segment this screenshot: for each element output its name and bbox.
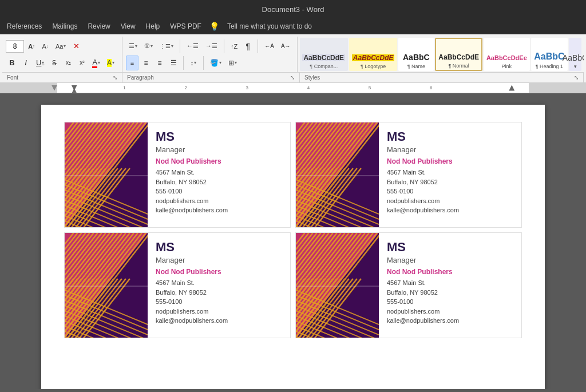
increase-indent-button[interactable]: →☰ — [203, 39, 220, 54]
card-details: 4567 Main St. Buffalo, NY 98052 555-0100… — [156, 278, 228, 326]
styles-group-label: Styles ⤡ — [300, 73, 584, 82]
style-pink-button[interactable]: AaBbCcDdEe Pink — [484, 38, 530, 71]
menu-references[interactable]: References — [2, 21, 46, 32]
card-info: MS Manager Nod Nod Publishers 4567 Main … — [379, 233, 467, 338]
ltr-button[interactable]: ←A — [262, 39, 277, 54]
styles-expand-icon[interactable]: ⤡ — [574, 74, 579, 81]
style-company-button[interactable]: AaBbCcDdE ¶ Compan... — [300, 38, 348, 71]
lightbulb-icon: 💡 — [209, 22, 219, 31]
multilevel-list-button[interactable]: ⋮☰▾ — [157, 39, 176, 54]
menu-mailings[interactable]: Mailings — [47, 21, 82, 32]
style-name-preview: AaBbC — [403, 53, 430, 61]
align-left-button[interactable]: ≡ — [126, 56, 138, 70]
style-heading1-preview: AaBbC — [534, 52, 564, 61]
menu-review[interactable]: Review — [83, 21, 114, 32]
superscript-button[interactable]: x² — [76, 56, 88, 70]
highlight-button[interactable]: A▾ — [104, 56, 117, 70]
card-job-title: Manager — [387, 256, 459, 264]
style-company-label: ¶ Compan... — [310, 64, 338, 69]
increase-font-button[interactable]: A↑ — [25, 39, 38, 54]
strikethrough-button[interactable]: S̶ — [48, 56, 61, 70]
paragraph-section: ☰▾ ①▾ ⋮☰▾ ←☰ →☰ ↑Z ¶ ←A A→ ≡ ≡ ≡ ☰ ↕▾ — [122, 37, 298, 72]
font-section: A↑ A↓ Aa ▾ ✕ B I U▾ S̶ x₂ x² A▾ A▾ — [2, 37, 122, 72]
card-job-title: Manager — [387, 145, 459, 154]
paragraph-group-label: Paragraph ⤡ — [122, 73, 300, 82]
card-info: MS Manager Nod Nod Publishers 4567 Main … — [148, 122, 236, 227]
borders-button[interactable]: ⊞▾ — [225, 56, 240, 70]
font-size-input[interactable] — [6, 40, 24, 53]
cards-grid: MS Manager Nod Nod Publishers 4567 Main … — [64, 122, 522, 338]
font-expand-icon[interactable]: ⤡ — [113, 74, 117, 81]
paragraph-expand-icon[interactable]: ⤡ — [290, 74, 295, 81]
style-normal-label: ¶ Normal — [448, 63, 469, 69]
bold-button[interactable]: B — [6, 56, 18, 70]
style-more-button[interactable]: AaBbC ▾ — [569, 38, 581, 71]
ribbon: A↑ A↓ Aa ▾ ✕ B I U▾ S̶ x₂ x² A▾ A▾ ☰▾ — [0, 34, 586, 83]
sort-button[interactable]: ↑Z — [228, 39, 240, 54]
card-info: MS Manager Nod Nod Publishers 4567 Main … — [148, 233, 236, 338]
subscript-button[interactable]: x₂ — [62, 56, 74, 70]
card-graphic — [296, 233, 379, 338]
menu-view[interactable]: View — [116, 21, 140, 32]
card-name: MS — [387, 129, 459, 144]
clear-format-button[interactable]: ✕ — [70, 39, 82, 54]
style-more-arrow: ▾ — [574, 64, 577, 69]
business-card: MS Manager Nod Nod Publishers 4567 Main … — [64, 122, 291, 228]
card-details: 4567 Main St. Buffalo, NY 98052 555-0100… — [156, 168, 228, 215]
align-center-button[interactable]: ≡ — [140, 56, 152, 70]
align-right-button[interactable]: ≡ — [153, 56, 166, 70]
title-bar: Document3 - Word — [0, 0, 586, 18]
business-card: MS Manager Nod Nod Publishers 4567 Main … — [295, 232, 522, 338]
card-graphic — [65, 122, 148, 228]
card-company: Nod Nod Publishers — [156, 268, 228, 276]
ruler: 1 2 3 4 5 6 — [0, 83, 586, 93]
card-job-title: Manager — [156, 256, 228, 264]
document-area: MS Manager Nod Nod Publishers 4567 Main … — [0, 93, 586, 389]
underline-button[interactable]: U▾ — [33, 56, 47, 70]
card-details: 4567 Main St. Buffalo, NY 98052 555-0100… — [387, 168, 459, 215]
tell-me-input[interactable]: Tell me what you want to do — [223, 21, 316, 32]
style-normal-button[interactable]: AaBbCcDdE ¶ Normal — [435, 38, 482, 71]
font-color-button[interactable]: A▾ — [89, 56, 103, 70]
ruler-indent-marker[interactable] — [52, 85, 57, 91]
page: MS Manager Nod Nod Publishers 4567 Main … — [41, 105, 545, 389]
style-logotype-button[interactable]: AaBbCcDdE ¶ Logotype — [349, 38, 397, 71]
justify-button[interactable]: ☰ — [167, 56, 180, 70]
style-pink-label: Pink — [502, 64, 512, 69]
ruler-right-indent[interactable] — [509, 85, 514, 91]
numbering-button[interactable]: ①▾ — [141, 39, 156, 54]
rtl-button[interactable]: A→ — [278, 39, 294, 54]
style-pink-preview: AaBbCcDdEe — [486, 55, 527, 61]
style-normal-preview: AaBbCcDdE — [438, 54, 479, 61]
menu-bar: References Mailings Review View Help WPS… — [0, 18, 586, 34]
style-name-button[interactable]: AaBbC ¶ Name — [398, 38, 434, 71]
card-company: Nod Nod Publishers — [156, 157, 228, 165]
card-company: Nod Nod Publishers — [387, 157, 459, 165]
style-logotype-preview: AaBbCcDdE — [352, 54, 395, 61]
card-job-title: Manager — [156, 145, 228, 154]
ruler-bottom-indent[interactable] — [72, 88, 77, 93]
style-name-label: ¶ Name — [407, 64, 425, 69]
show-marks-button[interactable]: ¶ — [241, 39, 254, 54]
business-card: MS Manager Nod Nod Publishers 4567 Main … — [295, 122, 522, 228]
card-graphic — [296, 122, 379, 228]
card-details: 4567 Main St. Buffalo, NY 98052 555-0100… — [387, 278, 459, 326]
menu-wps-pdf[interactable]: WPS PDF — [165, 21, 206, 32]
card-company: Nod Nod Publishers — [387, 268, 459, 276]
style-company-preview: AaBbCcDdE — [302, 54, 345, 61]
business-card: MS Manager Nod Nod Publishers 4567 Main … — [64, 232, 291, 338]
decrease-indent-button[interactable]: ←☰ — [184, 39, 201, 54]
line-spacing-button[interactable]: ↕▾ — [187, 56, 200, 70]
ribbon-labels: Font ⤡ Paragraph ⤡ Styles ⤡ — [2, 72, 584, 82]
bullets-button[interactable]: ☰▾ — [126, 39, 140, 54]
styles-section: AaBbCcDdE ¶ Compan... AaBbCcDdE ¶ Logoty… — [298, 37, 584, 72]
italic-button[interactable]: I — [19, 56, 32, 70]
title-text: Document3 - Word — [262, 5, 324, 14]
card-name: MS — [387, 240, 459, 255]
menu-help[interactable]: Help — [141, 21, 165, 32]
fill-color-button[interactable]: 🪣▾ — [207, 56, 224, 70]
card-name: MS — [156, 129, 228, 144]
change-case-button[interactable]: Aa ▾ — [53, 39, 69, 54]
decrease-font-button[interactable]: A↓ — [39, 39, 52, 54]
card-info: MS Manager Nod Nod Publishers 4567 Main … — [379, 122, 467, 227]
